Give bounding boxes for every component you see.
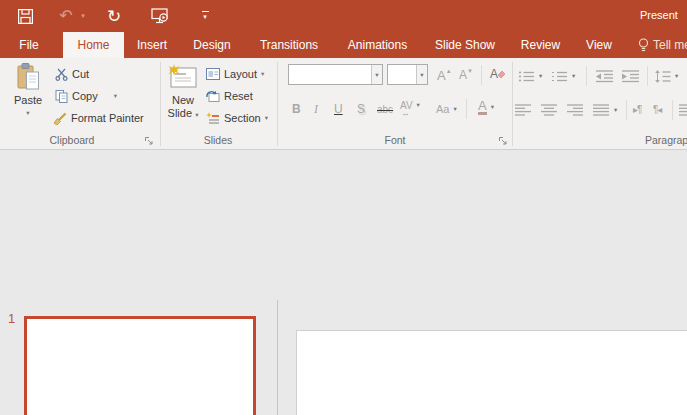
mini-separator bbox=[672, 100, 673, 120]
font-name-combobox[interactable]: ▾ bbox=[288, 64, 383, 85]
format-painter-button[interactable]: Format Painter bbox=[53, 109, 144, 127]
new-slide-button[interactable]: New Slide ▾ bbox=[162, 60, 204, 130]
mini-separator bbox=[466, 99, 467, 119]
undo-dropdown[interactable]: ▾ bbox=[78, 4, 88, 28]
copy-button[interactable]: Copy ▾ bbox=[55, 87, 117, 105]
justify-button[interactable]: ▾ bbox=[593, 101, 617, 119]
chevron-down-icon: ▾ bbox=[195, 111, 198, 118]
tab-file[interactable]: File bbox=[10, 32, 48, 58]
section-label: Section bbox=[224, 112, 261, 124]
redo-button[interactable]: ↻ bbox=[102, 4, 126, 28]
panel-divider[interactable] bbox=[277, 300, 278, 415]
increase-indent-button[interactable] bbox=[621, 67, 640, 85]
align-center-button[interactable] bbox=[541, 101, 558, 119]
justify-icon bbox=[593, 104, 610, 116]
character-spacing-button[interactable]: AV ↔ ▾ bbox=[400, 96, 420, 114]
new-slide-label-1: New bbox=[172, 94, 194, 107]
mini-separator bbox=[647, 66, 648, 86]
right-to-left-direction-button[interactable]: ¶◂ bbox=[653, 100, 661, 118]
chevron-down-icon: ▾ bbox=[539, 72, 542, 80]
underline-icon: U bbox=[334, 102, 343, 116]
chevron-down-icon: ▾ bbox=[417, 101, 420, 109]
start-from-beginning-button[interactable] bbox=[146, 4, 174, 28]
cut-icon bbox=[55, 68, 68, 81]
group-separator bbox=[277, 62, 278, 146]
workspace: 1 ساعد نیوز bbox=[0, 150, 687, 415]
font-size-combobox[interactable]: ▾ bbox=[387, 64, 428, 85]
tab-insert[interactable]: Insert bbox=[130, 32, 174, 58]
clear-formatting-button[interactable]: A bbox=[489, 65, 505, 83]
italic-button[interactable]: I bbox=[314, 100, 318, 118]
format-painter-label: Format Painter bbox=[71, 112, 144, 124]
font-color-button[interactable]: A ▾ bbox=[478, 98, 494, 116]
paste-label: Paste bbox=[14, 94, 42, 106]
chevron-down-icon: ▾ bbox=[114, 92, 117, 100]
tab-slide-show[interactable]: Slide Show bbox=[429, 32, 501, 58]
columns-button[interactable] bbox=[679, 101, 687, 119]
bold-icon: B bbox=[292, 102, 301, 116]
left-to-right-icon: ▸¶ bbox=[633, 104, 641, 115]
clipboard-dialog-launcher[interactable] bbox=[144, 136, 154, 146]
bullets-button[interactable]: ▾ bbox=[518, 67, 542, 85]
reset-icon bbox=[206, 90, 220, 102]
chevron-down-icon: ▾ bbox=[614, 106, 617, 114]
left-to-right-direction-button[interactable]: ▸¶ bbox=[633, 100, 641, 118]
slide-number: 1 bbox=[8, 311, 15, 326]
tab-design[interactable]: Design bbox=[186, 32, 238, 58]
tab-home[interactable]: Home bbox=[63, 32, 124, 58]
new-slide-label-2: Slide ▾ bbox=[168, 107, 199, 121]
right-to-left-icon: ¶◂ bbox=[653, 104, 661, 115]
bullets-icon bbox=[518, 70, 535, 83]
underline-button[interactable]: U bbox=[334, 100, 343, 118]
save-icon bbox=[18, 9, 33, 24]
font-group-label: Font bbox=[353, 134, 437, 146]
slide-thumbnail[interactable] bbox=[24, 316, 256, 415]
chevron-down-icon: ▾ bbox=[675, 72, 678, 80]
font-dialog-launcher[interactable] bbox=[498, 136, 508, 146]
group-separator bbox=[512, 62, 513, 146]
tab-review[interactable]: Review bbox=[513, 32, 568, 58]
cut-button[interactable]: Cut bbox=[55, 65, 89, 83]
layout-icon bbox=[206, 68, 220, 80]
strikethrough-button[interactable]: abc bbox=[377, 100, 393, 118]
chevron-down-icon: ▾ bbox=[572, 72, 575, 80]
customize-qat-button[interactable]: ▾ bbox=[196, 4, 214, 28]
tab-view[interactable]: View bbox=[578, 32, 620, 58]
paste-icon bbox=[16, 63, 40, 91]
numbering-icon bbox=[551, 70, 568, 83]
tell-me-box[interactable]: Tell me bbox=[638, 32, 687, 58]
change-case-button[interactable]: Aa ▾ bbox=[436, 100, 457, 118]
copy-icon bbox=[55, 90, 68, 103]
align-right-button[interactable] bbox=[567, 101, 584, 119]
clear-formatting-icon: A bbox=[489, 67, 505, 82]
tab-transitions[interactable]: Transitions bbox=[252, 32, 326, 58]
line-spacing-icon bbox=[655, 70, 671, 83]
layout-button[interactable]: Layout ▾ bbox=[206, 65, 264, 83]
line-spacing-button[interactable]: ▾ bbox=[655, 67, 678, 85]
copy-label: Copy bbox=[72, 90, 98, 102]
font-size-dropdown[interactable]: ▾ bbox=[416, 65, 427, 84]
paste-button[interactable]: Paste ▾ bbox=[6, 60, 50, 130]
tab-animations[interactable]: Animations bbox=[340, 32, 415, 58]
increase-font-size-button[interactable]: A▲ bbox=[437, 66, 452, 84]
reset-button[interactable]: Reset bbox=[206, 87, 253, 105]
decrease-font-size-button[interactable]: A▼ bbox=[459, 66, 473, 84]
slides-group-label: Slides bbox=[176, 134, 260, 146]
save-button[interactable] bbox=[12, 4, 38, 28]
change-case-icon: Aa bbox=[436, 103, 449, 115]
align-left-button[interactable] bbox=[515, 101, 532, 119]
decrease-indent-button[interactable] bbox=[595, 67, 614, 85]
font-name-dropdown[interactable]: ▾ bbox=[371, 65, 382, 84]
dialog-launcher-icon bbox=[498, 136, 508, 146]
undo-button[interactable]: ↶ bbox=[55, 4, 77, 28]
bold-button[interactable]: B bbox=[292, 100, 301, 118]
align-right-icon bbox=[567, 104, 584, 116]
chevron-down-icon: ▾ bbox=[420, 71, 423, 79]
numbering-button[interactable]: ▾ bbox=[551, 67, 575, 85]
text-shadow-button[interactable]: S bbox=[357, 100, 365, 118]
layout-label: Layout bbox=[224, 68, 257, 80]
section-button[interactable]: Section ▾ bbox=[206, 109, 268, 127]
decrease-indent-icon bbox=[595, 70, 614, 83]
chevron-down-icon: ▾ bbox=[265, 114, 268, 122]
slide-canvas[interactable] bbox=[296, 330, 687, 415]
